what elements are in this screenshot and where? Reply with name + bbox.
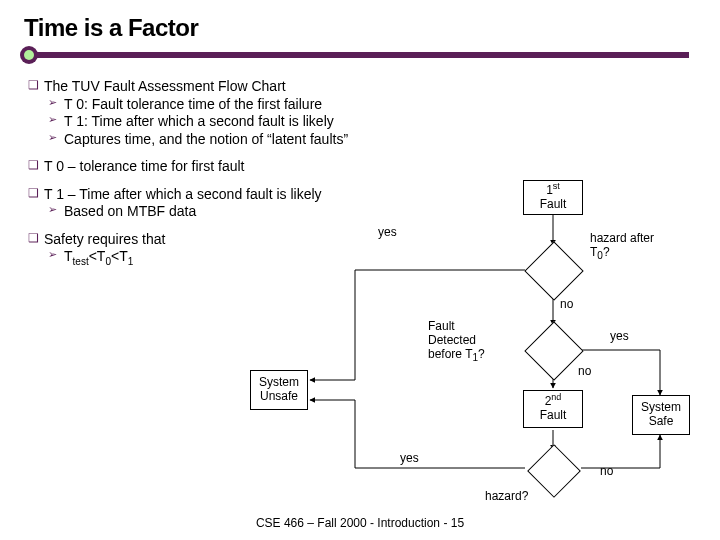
hazard-t0-l1: hazard after bbox=[590, 231, 654, 245]
safe-l1: System bbox=[641, 400, 681, 414]
slide: Time is a Factor The TUV Fault Assessmen… bbox=[0, 0, 720, 540]
fd-l3a: before T bbox=[428, 347, 472, 361]
first-fault-1: 1 bbox=[546, 183, 553, 197]
label-yes-2: yes bbox=[610, 330, 629, 344]
first-fault-text: Fault bbox=[540, 197, 567, 211]
slide-footer: CSE 466 – Fall 2000 - Introduction - 15 bbox=[0, 516, 720, 530]
node-second-fault: 2nd Fault bbox=[523, 390, 583, 428]
label-hazard-q: hazard? bbox=[485, 490, 528, 504]
fd-l3b: ? bbox=[478, 347, 485, 361]
label-no-3: no bbox=[600, 465, 613, 479]
unsafe-l1: System bbox=[259, 375, 299, 389]
safe-l2: Safe bbox=[649, 414, 674, 428]
hazard-t0-q: ? bbox=[603, 245, 610, 259]
second-fault-text: Fault bbox=[540, 408, 567, 422]
second-fault-sup: nd bbox=[551, 392, 561, 402]
fd-l2: Detected bbox=[428, 333, 476, 347]
label-yes-1: yes bbox=[378, 226, 397, 240]
node-first-fault: 1st Fault bbox=[523, 180, 583, 215]
first-fault-sup: st bbox=[553, 181, 560, 191]
fd-l1: Fault bbox=[428, 319, 455, 333]
flowchart-lines bbox=[0, 0, 720, 540]
label-fault-detected: Fault Detected before T1? bbox=[428, 320, 508, 361]
node-system-safe: System Safe bbox=[632, 395, 690, 435]
label-yes-3: yes bbox=[400, 452, 419, 466]
label-no-1: no bbox=[560, 298, 573, 312]
label-hazard-t0: hazard after T0? bbox=[590, 232, 680, 260]
label-no-2: no bbox=[578, 365, 591, 379]
flowchart: 1st Fault hazard after T0? yes no Fault … bbox=[0, 0, 720, 540]
unsafe-l2: Unsafe bbox=[260, 389, 298, 403]
node-system-unsafe: System Unsafe bbox=[250, 370, 308, 410]
